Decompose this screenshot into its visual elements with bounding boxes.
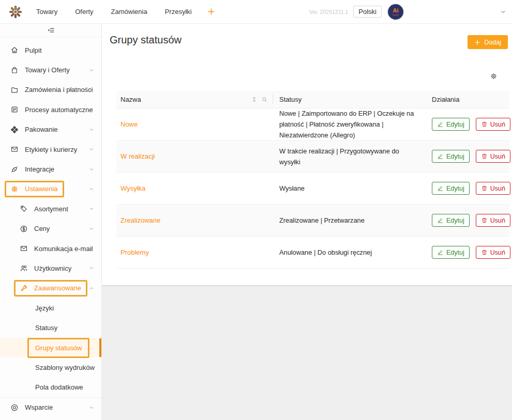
- wrench-icon: [20, 284, 28, 292]
- sorter-icon[interactable]: [251, 96, 258, 103]
- row-actions: EdytujUsuń: [424, 108, 509, 140]
- home-icon: [10, 46, 19, 54]
- nav-item-oferty[interactable]: Oferty: [75, 8, 93, 15]
- sidebar-item-szablony-wydrukow[interactable]: Szablony wydruków: [0, 357, 101, 377]
- sidebar-item-ustawienia[interactable]: Ustawienia: [0, 179, 101, 199]
- delete-button-label: Usuń: [490, 153, 505, 160]
- search-icon[interactable]: [261, 96, 268, 103]
- group-name-link[interactable]: W realizacji: [121, 152, 155, 160]
- group-name-link[interactable]: Problemy: [121, 248, 149, 256]
- sidebar-item-wsparcie[interactable]: Wsparcie: [0, 397, 101, 417]
- doc-icon: [10, 105, 19, 114]
- main-area: Grupy statusów Dodaj Nazwa Statusy Dzia: [102, 24, 512, 420]
- row-actions: EdytujUsuń: [424, 173, 509, 204]
- table-settings-button[interactable]: [490, 72, 498, 80]
- sidebar-item-label: Wsparcie: [25, 403, 53, 411]
- delete-button[interactable]: Usuń: [476, 182, 510, 195]
- sidebar-item-label: Zamówienia i płatności: [25, 86, 93, 94]
- app-logo-icon[interactable]: [6, 3, 25, 21]
- sidebar-item-content: Ceny: [20, 225, 50, 233]
- sidebar-item-jezyki[interactable]: Języki: [0, 298, 101, 318]
- trash-icon: [481, 121, 488, 128]
- sidebar-item-ceny[interactable]: Ceny: [0, 219, 101, 239]
- chevron-down-icon: [88, 206, 95, 212]
- sidebar-item-label: Zaawansowane: [34, 284, 81, 292]
- table-row: NoweNowe | Zaimportowano do ERP | Oczeku…: [116, 108, 509, 141]
- sidebar-item-pulpit[interactable]: Pulpit: [0, 40, 101, 60]
- sidebar-item-etykiety-i-kurierzy[interactable]: Etykiety i kurierzy: [0, 139, 101, 159]
- sidebar-item-towary-i-oferty[interactable]: Towary i Oferty: [0, 60, 101, 80]
- user-avatar[interactable]: Ai scale: [388, 4, 403, 20]
- sidebar-item-content: Języki: [35, 304, 54, 312]
- sidebar-collapse-button[interactable]: [0, 24, 101, 37]
- sidebar: PulpitTowary i OfertyZamówienia i płatno…: [0, 24, 102, 420]
- sidebar-item-komunikacja-e-mail[interactable]: Komunikacja e-mail: [0, 239, 101, 258]
- delete-button[interactable]: Usuń: [476, 214, 510, 227]
- sidebar-item-uzytkownicy[interactable]: Użytkownicy: [0, 258, 101, 278]
- delete-button-label: Usuń: [490, 121, 505, 128]
- chevron-down-icon: [88, 265, 95, 271]
- edit-button[interactable]: Edytuj: [432, 214, 470, 227]
- sidebar-item-pakowanie[interactable]: Pakowanie: [0, 120, 101, 139]
- language-select[interactable]: Polski: [353, 6, 382, 18]
- group-name-cell: Nowe: [116, 108, 273, 140]
- sidebar-item-asortyment[interactable]: Asortyment: [0, 199, 101, 219]
- column-header-statusy: Statusy: [273, 91, 424, 108]
- sidebar-item-label: Szablony wydruków: [35, 364, 95, 371]
- edit-button[interactable]: Edytuj: [432, 182, 470, 195]
- table-row: W realizacjiW trakcie realizacji | Przyg…: [116, 141, 509, 173]
- nav-item-towary[interactable]: Towary: [36, 8, 57, 15]
- table-body: NoweNowe | Zaimportowano do ERP | Oczeku…: [116, 108, 509, 269]
- sidebar-item-zamowienia-i-platnosci[interactable]: Zamówienia i płatności: [0, 80, 101, 100]
- sidebar-item-label: Statusy: [35, 324, 57, 332]
- sidebar-item-integracje[interactable]: Integracje: [0, 159, 101, 179]
- plug-icon: [10, 165, 19, 174]
- sidebar-item-procesy-automatyczne[interactable]: Procesy automatyczne: [0, 100, 101, 119]
- add-button[interactable]: Dodaj: [468, 35, 508, 49]
- plus-icon: [207, 8, 215, 15]
- column-header-nazwa: Nazwa: [116, 91, 273, 108]
- edit-button-label: Edytuj: [446, 217, 464, 224]
- chevron-down-icon: [88, 226, 95, 232]
- group-statuses: W trakcie realizacji | Przygotowywane do…: [273, 141, 424, 172]
- edit-button[interactable]: Edytuj: [432, 246, 470, 259]
- gear-icon: [490, 72, 498, 80]
- group-name-link[interactable]: Wysyłka: [121, 184, 145, 192]
- delete-button[interactable]: Usuń: [476, 118, 510, 131]
- group-name-link[interactable]: Zrealizowane: [121, 216, 160, 224]
- sidebar-item-pola-dodatkowe[interactable]: Pola dodatkowe: [0, 378, 101, 397]
- sidebar-item-content: Komunikacja e-mail: [20, 244, 93, 253]
- edit-button[interactable]: Edytuj: [432, 150, 470, 163]
- chevron-down-icon: [88, 87, 95, 93]
- delete-button[interactable]: Usuń: [476, 246, 510, 259]
- edit-button-label: Edytuj: [446, 249, 464, 256]
- edit-button[interactable]: Edytuj: [432, 118, 470, 131]
- column-header-dzialania: Działania: [424, 91, 509, 108]
- group-name-cell: Zrealizowane: [116, 205, 273, 236]
- group-statuses: Zrealizowane | Przetwarzane: [273, 205, 424, 236]
- edit-button-label: Edytuj: [446, 153, 464, 160]
- sidebar-item-zaawansowane[interactable]: Zaawansowane: [0, 278, 101, 298]
- table-row: ZrealizowaneZrealizowane | PrzetwarzaneE…: [116, 205, 509, 237]
- nav-item-przesylki[interactable]: Przesyłki: [165, 8, 192, 15]
- row-actions: EdytujUsuń: [424, 205, 509, 236]
- chevron-down-icon: [88, 405, 95, 411]
- sidebar-item-grupy-statusow[interactable]: Grupy statusów: [0, 338, 101, 357]
- pencil-icon: [437, 153, 444, 160]
- pencil-icon: [437, 121, 444, 128]
- add-tab-button[interactable]: [207, 8, 215, 15]
- nav-item-zamowienia[interactable]: Zamówienia: [111, 8, 147, 15]
- pencil-icon: [437, 217, 444, 224]
- table-row: WysyłkaWysłaneEdytujUsuń: [116, 173, 509, 205]
- group-name-link[interactable]: Nowe: [121, 120, 138, 128]
- sidebar-item-label: Ceny: [34, 225, 50, 232]
- sidebar-item-content: Zamówienia i płatności: [10, 86, 93, 94]
- sidebar-item-content: Towary i Oferty: [10, 66, 70, 74]
- support-icon: [10, 403, 19, 412]
- sidebar-item-statusy[interactable]: Statusy: [0, 318, 101, 337]
- bag-icon: [10, 66, 19, 74]
- delete-button[interactable]: Usuń: [476, 150, 510, 163]
- mail-icon: [20, 244, 28, 253]
- annotation-box: Grupy statusów: [27, 338, 89, 358]
- page-title: Grupy statusów: [110, 34, 182, 46]
